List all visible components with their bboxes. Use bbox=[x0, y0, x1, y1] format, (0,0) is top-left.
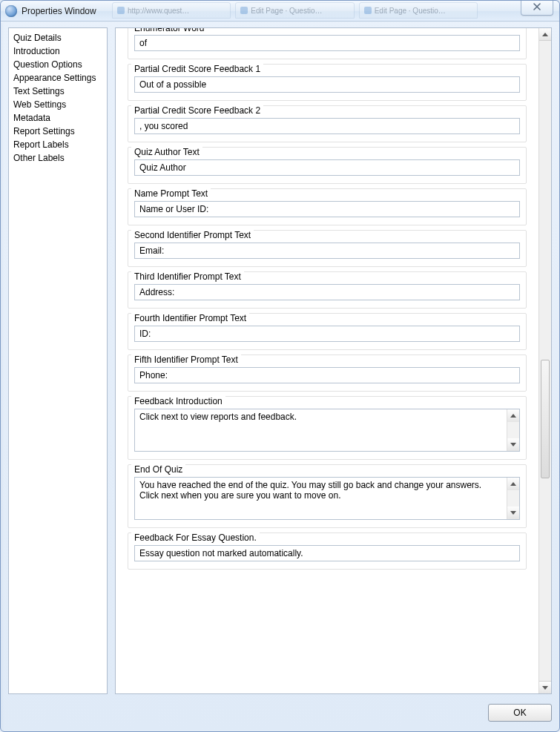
sidebar-item-label: Web Settings bbox=[13, 99, 66, 110]
end-of-quiz-input[interactable] bbox=[135, 478, 507, 519]
background-tabs: http://www.quest… Edit Page · Questio… E… bbox=[112, 2, 478, 19]
scroll-down-button[interactable] bbox=[539, 681, 551, 693]
sidebar-item-label: Question Options bbox=[13, 59, 82, 70]
field-label: Second Identifier Prompt Text bbox=[131, 230, 254, 240]
sidebar-item-label: Other Labels bbox=[13, 153, 65, 163]
field-label: Third Identifier Prompt Text bbox=[131, 271, 244, 282]
fifth-identifier-input[interactable] bbox=[134, 367, 520, 383]
field-name-prompt: Name Prompt Text bbox=[128, 188, 527, 225]
sidebar-item-report-settings[interactable]: Report Settings bbox=[9, 125, 107, 138]
partial-credit-2-input[interactable] bbox=[134, 118, 520, 134]
sidebar-item-label: Report Labels bbox=[13, 139, 69, 150]
sidebar-item-text-settings[interactable]: Text Settings bbox=[9, 85, 107, 98]
partial-credit-1-input[interactable] bbox=[134, 76, 520, 93]
sidebar-item-label: Report Settings bbox=[13, 126, 75, 136]
field-fourth-identifier: Fourth Identifier Prompt Text bbox=[128, 313, 527, 350]
field-label: Enumerator Word bbox=[131, 28, 207, 33]
essay-feedback-input[interactable] bbox=[134, 545, 520, 561]
main-scrollbar[interactable] bbox=[538, 28, 551, 693]
field-label: Partial Credit Score Feedback 1 bbox=[131, 64, 263, 74]
sidebar-item-appearance-settings[interactable]: Appearance Settings bbox=[9, 71, 107, 85]
form-scroll-area: Enumerator Word Partial Credit Score Fee… bbox=[116, 28, 538, 693]
sidebar-item-question-options[interactable]: Question Options bbox=[9, 58, 107, 71]
dialog-footer: OK bbox=[8, 702, 552, 724]
sidebar-item-label: Introduction bbox=[13, 46, 60, 56]
sidebar-item-other-labels[interactable]: Other Labels bbox=[9, 151, 107, 165]
field-end-of-quiz: End Of Quiz bbox=[128, 464, 527, 528]
main-panel: Enumerator Word Partial Credit Score Fee… bbox=[115, 27, 552, 694]
sidebar-item-label: Metadata bbox=[13, 113, 50, 123]
close-button[interactable] bbox=[521, 1, 553, 16]
fourth-identifier-input[interactable] bbox=[134, 326, 520, 342]
field-second-identifier: Second Identifier Prompt Text bbox=[128, 230, 527, 267]
close-icon bbox=[533, 2, 541, 13]
sidebar-item-label: Text Settings bbox=[13, 86, 65, 96]
sidebar-item-quiz-details[interactable]: Quiz Details bbox=[9, 31, 107, 44]
sidebar-item-metadata[interactable]: Metadata bbox=[9, 111, 107, 125]
window-title: Properties Window bbox=[22, 6, 96, 16]
scrollbar-track[interactable] bbox=[539, 41, 551, 681]
sidebar-item-web-settings[interactable]: Web Settings bbox=[9, 98, 107, 111]
field-enumerator-word: Enumerator Word bbox=[128, 28, 527, 59]
field-partial-credit-2: Partial Credit Score Feedback 2 bbox=[128, 105, 527, 142]
field-feedback-introduction: Feedback Introduction bbox=[128, 396, 527, 460]
third-identifier-input[interactable] bbox=[134, 284, 520, 300]
sidebar-item-label: Appearance Settings bbox=[13, 73, 96, 83]
enumerator-word-input[interactable] bbox=[134, 35, 520, 51]
field-label: Quiz Author Text bbox=[131, 147, 202, 157]
scroll-up-icon[interactable] bbox=[507, 409, 519, 422]
field-label: Fifth Identifier Prompt Text bbox=[131, 355, 241, 365]
scroll-down-icon[interactable] bbox=[507, 507, 519, 519]
second-identifier-input[interactable] bbox=[134, 243, 520, 259]
scroll-up-icon[interactable] bbox=[507, 478, 519, 490]
name-prompt-input[interactable] bbox=[134, 201, 520, 217]
field-third-identifier: Third Identifier Prompt Text bbox=[128, 271, 527, 309]
field-quiz-author: Quiz Author Text bbox=[128, 147, 527, 184]
field-label: Feedback Introduction bbox=[131, 396, 225, 406]
sidebar-item-label: Quiz Details bbox=[13, 33, 62, 43]
ok-button[interactable]: OK bbox=[488, 704, 552, 722]
sidebar: Quiz Details Introduction Question Optio… bbox=[8, 27, 108, 694]
textarea-scrollbar[interactable] bbox=[507, 478, 519, 519]
field-label: Fourth Identifier Prompt Text bbox=[131, 313, 249, 323]
field-partial-credit-1: Partial Credit Score Feedback 1 bbox=[128, 64, 527, 101]
scroll-down-icon[interactable] bbox=[507, 438, 519, 451]
field-essay-feedback: Feedback For Essay Question. bbox=[128, 532, 527, 570]
field-label: End Of Quiz bbox=[131, 464, 185, 475]
feedback-introduction-input[interactable] bbox=[135, 409, 507, 451]
textarea-scrollbar[interactable] bbox=[507, 409, 519, 451]
sidebar-item-introduction[interactable]: Introduction bbox=[9, 44, 107, 58]
field-label: Feedback For Essay Question. bbox=[131, 532, 260, 543]
scroll-up-button[interactable] bbox=[539, 28, 551, 41]
app-icon bbox=[5, 5, 17, 17]
chevron-up-icon bbox=[542, 33, 548, 36]
field-label: Partial Credit Score Feedback 2 bbox=[131, 105, 263, 116]
scrollbar-thumb[interactable] bbox=[541, 360, 550, 478]
quiz-author-input[interactable] bbox=[134, 159, 520, 176]
chevron-down-icon bbox=[542, 686, 548, 690]
field-label: Name Prompt Text bbox=[131, 188, 211, 199]
titlebar: Properties Window http://www.quest… Edit… bbox=[1, 1, 559, 22]
client-area: Quiz Details Introduction Question Optio… bbox=[8, 27, 552, 694]
properties-window: Properties Window http://www.quest… Edit… bbox=[0, 0, 560, 732]
field-fifth-identifier: Fifth Identifier Prompt Text bbox=[128, 355, 527, 392]
sidebar-item-report-labels[interactable]: Report Labels bbox=[9, 138, 107, 151]
